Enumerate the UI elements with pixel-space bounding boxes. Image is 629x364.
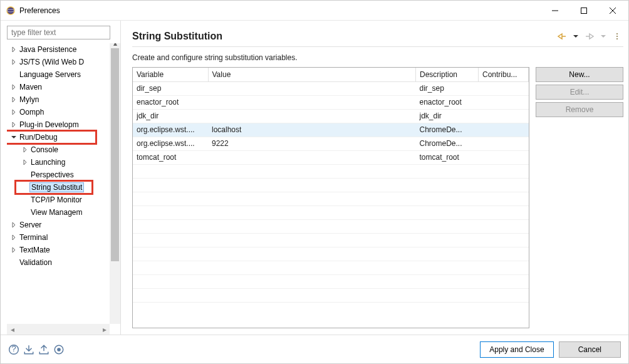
sidebar-item-label: Mylyn <box>18 95 40 105</box>
sidebar-item-label: Console <box>29 145 60 155</box>
sidebar: Java PersistenceJS/TS (Wild Web DLanguag… <box>1 21 121 335</box>
cell-value <box>208 109 416 123</box>
export-icon[interactable] <box>38 344 49 355</box>
vertical-scrollbar[interactable]: ▴ <box>110 43 120 324</box>
chevron-right-icon[interactable] <box>9 122 18 127</box>
sidebar-item-label: Oomph <box>18 107 45 117</box>
minimize-button[interactable] <box>541 1 569 20</box>
chevron-right-icon[interactable] <box>9 222 18 227</box>
sidebar-item-label: Launching <box>29 157 66 167</box>
chevron-right-icon[interactable] <box>9 110 18 115</box>
menu-icon[interactable] <box>611 30 623 43</box>
cell-variable: tomcat_root <box>133 150 208 164</box>
remove-button[interactable]: Remove <box>536 102 623 117</box>
chevron-right-icon[interactable] <box>9 60 18 65</box>
sidebar-item-label: Validation <box>18 257 53 268</box>
cell-description: enactor_root <box>416 95 479 109</box>
highlight-stringsub <box>14 180 93 195</box>
import-icon[interactable] <box>23 344 34 355</box>
table-row-empty <box>133 192 529 205</box>
sidebar-item-launching[interactable]: Launching <box>7 156 120 169</box>
horizontal-scrollbar[interactable]: ◂ ▸ <box>7 324 110 335</box>
filter-input[interactable] <box>7 26 110 39</box>
sidebar-item-label: Perspectives <box>29 170 75 180</box>
titlebar: Preferences <box>1 1 628 21</box>
table-row[interactable]: dir_sepdir_sep <box>133 81 529 95</box>
sidebar-item-console[interactable]: Console <box>7 143 120 156</box>
eclipse-app-icon <box>6 6 16 16</box>
cell-variable: enactor_root <box>133 95 208 109</box>
chevron-right-icon[interactable] <box>21 147 29 152</box>
table-row[interactable]: org.eclipse.wst....9222ChromeDe... <box>133 137 529 150</box>
cell-value <box>208 81 416 95</box>
cell-contributed <box>479 95 529 109</box>
back-button[interactable] <box>556 30 568 43</box>
scroll-left-icon[interactable]: ◂ <box>7 324 18 335</box>
cell-contributed <box>479 137 529 150</box>
cell-value: localhost <box>208 123 416 137</box>
apply-and-close-button[interactable]: Apply and Close <box>480 341 553 358</box>
sidebar-item-language-servers[interactable]: Language Servers <box>7 68 120 81</box>
cell-variable: dir_sep <box>133 81 208 95</box>
column-header[interactable]: Description <box>416 68 479 81</box>
svg-point-0 <box>7 7 14 14</box>
svg-point-7 <box>616 35 618 36</box>
sidebar-item-js-ts-wild-web-d[interactable]: JS/TS (Wild Web D <box>7 56 120 68</box>
sidebar-item-plug-in-developm[interactable]: Plug-in Developm <box>7 118 120 131</box>
chevron-right-icon[interactable] <box>9 85 18 90</box>
table-row[interactable]: enactor_rootenactor_root <box>133 95 529 109</box>
chevron-right-icon[interactable] <box>9 97 18 102</box>
sidebar-item-label: TCP/IP Monitor <box>29 195 83 205</box>
cell-description: dir_sep <box>416 81 479 95</box>
table-row[interactable]: jdk_dirjdk_dir <box>133 109 529 123</box>
sidebar-item-maven[interactable]: Maven <box>7 81 120 93</box>
sidebar-item-label: Plug-in Developm <box>18 120 80 130</box>
edit-button[interactable]: Edit... <box>536 85 623 100</box>
sidebar-item-validation[interactable]: Validation <box>7 256 120 269</box>
column-header[interactable]: Variable <box>133 68 208 81</box>
maximize-button[interactable] <box>569 1 598 20</box>
table-row-empty <box>133 288 529 302</box>
sidebar-item-label: Language Servers <box>18 70 82 80</box>
cell-description: ChromeDe... <box>416 137 479 150</box>
category-tree[interactable]: Java PersistenceJS/TS (Wild Web DLanguag… <box>7 43 120 269</box>
variables-table[interactable]: VariableValueDescriptionContribu... dir_… <box>132 67 529 328</box>
forward-dropdown-icon[interactable] <box>597 30 610 43</box>
close-button[interactable] <box>598 1 627 20</box>
sidebar-item-label: JS/TS (Wild Web D <box>18 57 85 67</box>
content-pane: String Substitution Create and configure… <box>121 21 628 335</box>
sidebar-item-view-managem[interactable]: View Managem <box>7 206 120 219</box>
table-row[interactable]: org.eclipse.wst....localhostChromeDe... <box>133 123 529 137</box>
chevron-right-icon[interactable] <box>21 160 29 165</box>
sidebar-item-oomph[interactable]: Oomph <box>7 106 120 118</box>
cancel-button[interactable]: Cancel <box>559 341 621 358</box>
table-row[interactable]: tomcat_roottomcat_root <box>133 150 529 164</box>
scrollbar-thumb[interactable] <box>111 48 119 261</box>
sidebar-item-mylyn[interactable]: Mylyn <box>7 93 120 106</box>
sidebar-item-server[interactable]: Server <box>7 219 120 231</box>
cell-value <box>208 95 416 109</box>
cell-contributed <box>479 123 529 137</box>
cell-variable: jdk_dir <box>133 109 208 123</box>
sidebar-item-java-persistence[interactable]: Java Persistence <box>7 43 120 56</box>
sidebar-item-tcp-ip-monitor[interactable]: TCP/IP Monitor <box>7 194 120 206</box>
chevron-right-icon[interactable] <box>9 47 18 52</box>
table-row-empty <box>133 261 529 274</box>
cell-contributed <box>479 81 529 95</box>
column-header[interactable]: Contribu... <box>479 68 529 81</box>
scroll-up-icon[interactable]: ▴ <box>110 43 120 48</box>
sidebar-item-terminal[interactable]: Terminal <box>7 231 120 244</box>
new-button[interactable]: New... <box>536 67 623 82</box>
help-icon[interactable]: ? <box>8 344 19 355</box>
sidebar-item-textmate[interactable]: TextMate <box>7 244 120 256</box>
chevron-right-icon[interactable] <box>9 247 18 252</box>
column-header[interactable]: Value <box>208 68 416 81</box>
bottom-bar: ? Apply and Close Cancel <box>1 335 628 363</box>
back-dropdown-icon[interactable] <box>569 30 582 43</box>
sidebar-item-perspectives[interactable]: Perspectives <box>7 169 120 181</box>
oomph-record-icon[interactable] <box>53 344 65 355</box>
forward-button[interactable] <box>583 30 596 43</box>
scroll-right-icon[interactable]: ▸ <box>99 324 110 335</box>
table-row-empty <box>133 274 529 288</box>
chevron-right-icon[interactable] <box>9 235 18 240</box>
